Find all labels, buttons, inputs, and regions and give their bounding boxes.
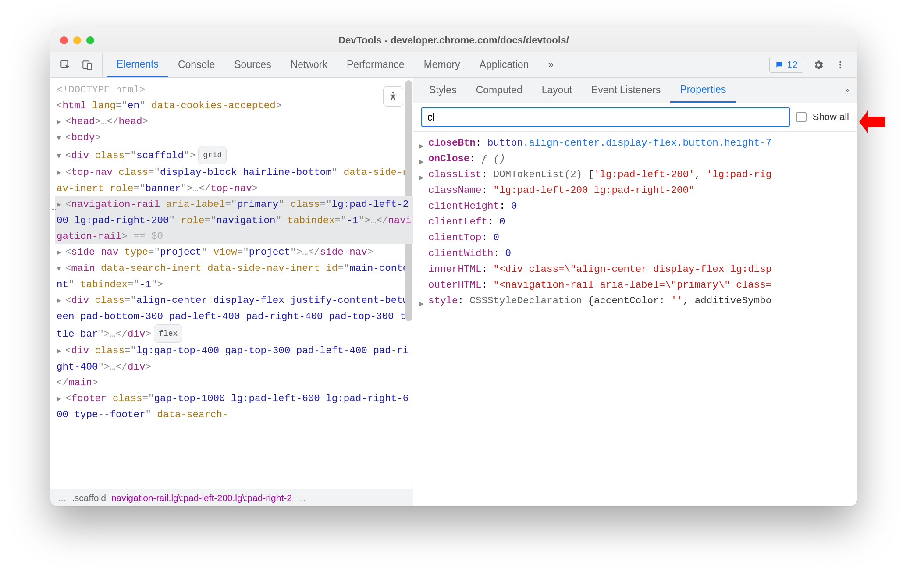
layout-badge-flex[interactable]: flex bbox=[154, 324, 182, 343]
subtab-overflow-icon[interactable]: » bbox=[837, 78, 857, 103]
breadcrumb-navigation-rail[interactable]: navigation-rail.lg\:pad-left-200.lg\:pad… bbox=[109, 493, 295, 503]
subtab-event-listeners[interactable]: Event Listeners bbox=[582, 78, 671, 103]
prop-clientTop[interactable]: clientTop: 0 bbox=[419, 230, 853, 245]
issues-badge[interactable]: 12 bbox=[769, 57, 803, 73]
devtools-window: DevTools - developer.chrome.com/docs/dev… bbox=[50, 28, 857, 506]
show-all-checkbox[interactable] bbox=[796, 112, 807, 122]
expand-arrow-icon[interactable]: ▶ bbox=[57, 165, 64, 181]
prop-outerHTML[interactable]: outerHTML: "<navigation-rail aria-label=… bbox=[419, 277, 853, 293]
expand-arrow-icon[interactable]: ▶ bbox=[419, 139, 424, 151]
svg-point-3 bbox=[839, 61, 841, 63]
inspect-element-icon[interactable] bbox=[58, 58, 72, 72]
dom-row-navigation-rail-selected[interactable]: ▶<navigation-rail aria-label="primary" c… bbox=[55, 196, 413, 244]
properties-list[interactable]: ▶closeBtn: button.align-center.display-f… bbox=[413, 132, 857, 506]
svg-rect-2 bbox=[87, 63, 92, 69]
dom-row-head[interactable]: ▶<head>…</head> bbox=[55, 114, 413, 130]
dom-row-main-close[interactable]: </main> bbox=[55, 375, 413, 391]
settings-icon[interactable] bbox=[811, 58, 825, 72]
traffic-lights bbox=[60, 36, 94, 44]
dom-row-content-div[interactable]: ▶<div class="lg:gap-top-400 gap-top-300 … bbox=[55, 343, 413, 375]
elements-side-panel: Styles Computed Layout Event Listeners P… bbox=[413, 78, 857, 506]
collapse-arrow-icon[interactable]: ▼ bbox=[57, 130, 64, 146]
side-panel-tabs: Styles Computed Layout Event Listeners P… bbox=[413, 78, 857, 103]
tab-network[interactable]: Network bbox=[281, 52, 337, 77]
tab-sources[interactable]: Sources bbox=[224, 52, 281, 77]
svg-point-6 bbox=[392, 92, 394, 93]
prop-style[interactable]: ▶style: CSSStyleDeclaration {accentColor… bbox=[419, 293, 853, 309]
tab-application[interactable]: Application bbox=[470, 52, 539, 77]
properties-filter-input[interactable] bbox=[421, 107, 790, 127]
dom-row-top-nav[interactable]: ▶<top-nav class="display-block hairline-… bbox=[55, 164, 413, 196]
dom-row-scaffold[interactable]: ▼<div class="scaffold">grid bbox=[55, 146, 413, 164]
dom-row-doctype[interactable]: <!DOCTYPE html> bbox=[55, 82, 413, 98]
show-all-label: Show all bbox=[813, 111, 849, 123]
dom-row-side-nav[interactable]: ▶<side-nav type="project" view="project"… bbox=[55, 244, 413, 260]
expand-arrow-icon[interactable]: ▶ bbox=[57, 391, 64, 407]
layout-badge-grid[interactable]: grid bbox=[198, 146, 227, 164]
minimize-window-button[interactable] bbox=[73, 36, 81, 44]
dom-row-footer[interactable]: ▶<footer class="gap-top-1000 lg:pad-left… bbox=[55, 391, 413, 423]
prop-innerHTML[interactable]: innerHTML: "<div class=\"align-center di… bbox=[419, 261, 853, 277]
expand-arrow-icon[interactable]: ▶ bbox=[57, 343, 64, 359]
collapse-arrow-icon[interactable]: ▼ bbox=[57, 261, 64, 277]
dom-row-body[interactable]: ▼<body> bbox=[55, 130, 413, 146]
expand-arrow-icon[interactable]: ▶ bbox=[57, 293, 64, 309]
maximize-window-button[interactable] bbox=[86, 36, 94, 44]
prop-classList[interactable]: ▶classList: DOMTokenList(2) ['lg:pad-lef… bbox=[419, 167, 853, 182]
svg-point-4 bbox=[839, 64, 841, 66]
tab-elements[interactable]: Elements bbox=[107, 52, 168, 77]
dom-row-html[interactable]: <html lang="en" data-cookies-accepted> bbox=[55, 98, 413, 114]
dom-tree[interactable]: <!DOCTYPE html> <html lang="en" data-coo… bbox=[50, 78, 413, 489]
main-tabs: Elements Console Sources Network Perform… bbox=[103, 52, 760, 77]
subtab-layout[interactable]: Layout bbox=[532, 78, 582, 103]
subtab-properties[interactable]: Properties bbox=[670, 78, 736, 103]
dom-row-title-bar[interactable]: ▶<div class="align-center display-flex j… bbox=[55, 292, 413, 343]
svg-point-5 bbox=[839, 67, 841, 68]
prop-onClose[interactable]: ▶onClose: ƒ () bbox=[419, 151, 853, 167]
expand-arrow-icon[interactable]: ▶ bbox=[57, 245, 64, 260]
expand-arrow-icon[interactable]: ▶ bbox=[57, 114, 64, 130]
prop-clientWidth[interactable]: clientWidth: 0 bbox=[419, 245, 853, 261]
expand-arrow-icon[interactable]: ▶ bbox=[419, 154, 424, 167]
expand-arrow-icon[interactable]: ▶ bbox=[419, 170, 424, 182]
device-toolbar-icon[interactable] bbox=[80, 58, 94, 72]
subtab-computed[interactable]: Computed bbox=[466, 78, 532, 103]
accessibility-tree-button[interactable] bbox=[383, 86, 403, 107]
dom-row-main[interactable]: ▼<main data-search-inert data-side-nav-i… bbox=[55, 260, 413, 292]
annotation-arrow-icon bbox=[859, 110, 885, 133]
tab-performance[interactable]: Performance bbox=[337, 52, 414, 77]
tab-overflow-icon[interactable]: » bbox=[538, 52, 563, 77]
close-window-button[interactable] bbox=[60, 36, 68, 44]
kebab-menu-icon[interactable] bbox=[833, 58, 847, 72]
tab-memory[interactable]: Memory bbox=[414, 52, 470, 77]
breadcrumb-scaffold[interactable]: .scaffold bbox=[69, 493, 109, 503]
breadcrumb-more-left[interactable]: … bbox=[55, 493, 69, 503]
devtools-toolbar: Elements Console Sources Network Perform… bbox=[50, 52, 857, 78]
prop-clientLeft[interactable]: clientLeft: 0 bbox=[419, 214, 853, 230]
prop-clientHeight[interactable]: clientHeight: 0 bbox=[419, 198, 853, 214]
expand-arrow-icon[interactable]: ▶ bbox=[419, 296, 424, 309]
issues-count: 12 bbox=[787, 59, 798, 71]
subtab-styles[interactable]: Styles bbox=[419, 78, 466, 103]
breadcrumb-more-right[interactable]: … bbox=[295, 493, 309, 503]
window-title: DevTools - developer.chrome.com/docs/dev… bbox=[50, 35, 857, 46]
properties-filter-bar: Show all bbox=[413, 103, 857, 132]
elements-dom-panel: <!DOCTYPE html> <html lang="en" data-coo… bbox=[50, 78, 413, 506]
expand-arrow-icon[interactable]: ▶ bbox=[57, 197, 64, 213]
breadcrumb[interactable]: … .scaffold navigation-rail.lg\:pad-left… bbox=[50, 489, 413, 506]
prop-className[interactable]: className: "lg:pad-left-200 lg:pad-right… bbox=[419, 182, 853, 198]
window-titlebar: DevTools - developer.chrome.com/docs/dev… bbox=[50, 28, 857, 52]
tab-console[interactable]: Console bbox=[168, 52, 224, 77]
prop-closeBtn[interactable]: ▶closeBtn: button.align-center.display-f… bbox=[419, 135, 853, 151]
collapse-arrow-icon[interactable]: ▼ bbox=[57, 148, 64, 164]
